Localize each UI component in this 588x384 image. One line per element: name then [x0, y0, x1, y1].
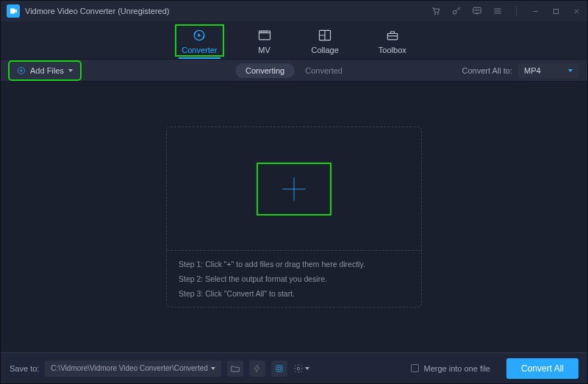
tab-toolbox[interactable]: Toolbox — [373, 25, 412, 56]
mv-icon — [257, 28, 272, 43]
hw-accel-toggle[interactable] — [249, 360, 265, 377]
collage-icon — [318, 28, 332, 43]
main-tabs: Converter MV Collage Toolbox — [1, 21, 587, 60]
chevron-down-icon — [211, 367, 215, 370]
subtabs: Converting Converted — [235, 63, 353, 78]
separator — [516, 6, 517, 16]
svg-rect-15 — [279, 367, 282, 370]
toolbar: Add Files Converting Converted Convert A… — [1, 60, 587, 82]
tab-label: Collage — [312, 46, 339, 54]
feedback-icon[interactable] — [472, 6, 482, 16]
output-format-select[interactable]: MP4 — [518, 63, 578, 78]
svg-rect-10 — [259, 31, 270, 40]
main-content: Step 1: Click "+" to add files or drag t… — [1, 82, 587, 352]
step-text: Step 2: Select the output format you des… — [179, 274, 409, 283]
app-logo — [7, 4, 20, 18]
cart-icon[interactable] — [431, 6, 441, 16]
toolbox-icon — [385, 28, 400, 43]
checkbox-icon — [411, 364, 419, 372]
add-file-plus-button[interactable] — [258, 164, 330, 214]
maximize-button[interactable] — [551, 6, 561, 16]
add-files-label: Add Files — [30, 66, 64, 75]
merge-checkbox[interactable]: Merge into one file — [411, 364, 490, 373]
svg-point-2 — [453, 10, 456, 14]
tab-label: Converter — [182, 46, 217, 54]
minimize-button[interactable] — [530, 6, 540, 16]
svg-rect-14 — [276, 365, 282, 371]
tab-mv[interactable]: MV — [251, 25, 278, 56]
titlebar: Vidmore Video Converter (Unregistered) — [1, 1, 587, 21]
svg-rect-7 — [553, 9, 558, 13]
settings-button[interactable] — [293, 360, 309, 377]
svg-point-6 — [478, 10, 479, 10]
step-text: Step 1: Click "+" to add files or drag t… — [179, 260, 409, 269]
key-icon[interactable] — [451, 6, 462, 16]
window-title: Vidmore Video Converter (Unregistered) — [25, 7, 426, 15]
save-path-select[interactable]: C:\Vidmore\Vidmore Video Converter\Conve… — [45, 360, 221, 377]
add-files-button[interactable]: Add Files — [10, 62, 80, 79]
save-path-value: C:\Vidmore\Vidmore Video Converter\Conve… — [51, 364, 207, 372]
instructions: Step 1: Click "+" to add files or drag t… — [167, 250, 421, 307]
menu-icon[interactable] — [492, 6, 503, 16]
tab-collage[interactable]: Collage — [306, 25, 345, 56]
chevron-down-icon — [305, 367, 309, 370]
open-folder-button[interactable] — [227, 360, 243, 377]
tab-label: Toolbox — [379, 46, 406, 54]
convert-all-to-label: Convert All to: — [462, 66, 512, 75]
app-window: Vidmore Video Converter (Unregistered) C… — [0, 0, 588, 384]
svg-point-4 — [475, 10, 476, 10]
svg-rect-12 — [387, 33, 397, 39]
close-button[interactable] — [571, 6, 581, 16]
svg-point-0 — [434, 14, 435, 15]
converter-icon — [192, 28, 207, 43]
chevron-down-icon — [68, 69, 73, 72]
tab-converter[interactable]: Converter — [176, 25, 223, 56]
step-text: Step 3: Click "Convert All" to start. — [179, 289, 409, 298]
svg-point-5 — [477, 10, 478, 10]
subtab-converting[interactable]: Converting — [235, 63, 295, 78]
save-to-label: Save to: — [10, 364, 39, 373]
svg-point-1 — [437, 14, 438, 15]
convert-all-button[interactable]: Convert All — [506, 358, 578, 379]
merge-label: Merge into one file — [423, 364, 490, 373]
tab-label: MV — [258, 46, 270, 54]
footer: Save to: C:\Vidmore\Vidmore Video Conver… — [1, 352, 587, 383]
dropzone[interactable]: Step 1: Click "+" to add files or drag t… — [166, 127, 422, 307]
subtab-converted[interactable]: Converted — [295, 63, 353, 78]
format-value: MP4 — [524, 66, 541, 75]
gpu-toggle[interactable] — [271, 360, 287, 377]
chevron-down-icon — [568, 69, 573, 72]
svg-point-16 — [298, 367, 301, 370]
svg-marker-9 — [198, 33, 201, 37]
